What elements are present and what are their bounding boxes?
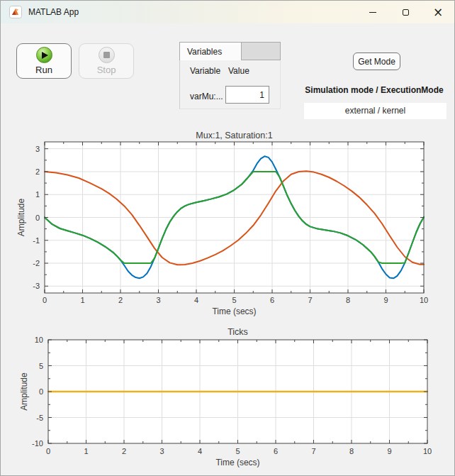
close-button[interactable]: × [422, 1, 454, 23]
y-tick-label: 10 [35, 336, 43, 344]
y-tick-label: 2 [35, 167, 40, 176]
tab-variables[interactable]: Variables [179, 42, 242, 60]
x-tick-label: 5 [232, 296, 236, 304]
mux-saturation-chart: 012345678910-3-2-10123Mux:1, Saturation:… [1, 128, 455, 321]
chart-title: Ticks [228, 327, 248, 337]
y-tick-label: 0 [39, 387, 43, 396]
play-icon [36, 47, 52, 63]
x-tick-label: 8 [346, 296, 350, 304]
x-tick-label: 2 [122, 447, 126, 455]
x-tick-label: 7 [308, 296, 312, 304]
y-tick-label: 0 [35, 214, 40, 222]
ticks-chart: 012345678910-10-50510TicksTime (secs)Amp… [1, 321, 455, 476]
y-tick-label: -1 [33, 236, 40, 245]
y-tick-label: 3 [35, 145, 40, 153]
maximize-icon [403, 9, 409, 16]
x-tick-label: 8 [349, 447, 354, 455]
y-axis-label: Amplitude [19, 372, 29, 411]
tabstrip-filler [242, 42, 281, 60]
window-controls: × [356, 1, 454, 23]
y-tick-label: -2 [33, 259, 40, 267]
matlab-logo-icon [9, 6, 22, 18]
window-title: MATLAB App [28, 7, 79, 17]
x-tick-label: 10 [423, 447, 432, 455]
y-tick-label: 5 [39, 362, 43, 370]
x-tick-label: 3 [156, 296, 160, 304]
maximize-button[interactable] [389, 1, 422, 23]
minimize-button[interactable] [356, 1, 389, 23]
x-tick-label: 9 [387, 447, 391, 455]
variables-tabstrip: Variables [179, 42, 281, 60]
x-axis-label: Time (secs) [212, 306, 256, 316]
x-tick-label: 3 [159, 447, 164, 455]
x-tick-label: 1 [80, 296, 84, 304]
x-tick-label: 1 [84, 447, 88, 455]
variable-name-label: varMu:... [190, 92, 223, 101]
x-tick-label: 5 [235, 447, 240, 455]
x-tick-label: 0 [46, 447, 50, 455]
get-mode-button[interactable]: Get Mode [353, 52, 400, 70]
simulation-mode-value: external / kernel [304, 103, 446, 119]
simulation-mode-heading: Simulation mode / ExecutionMode [294, 85, 454, 95]
x-tick-label: 7 [311, 447, 315, 455]
column-header-variable: Variable [190, 66, 220, 76]
x-tick-label: 4 [198, 447, 202, 455]
variable-value-input[interactable] [225, 86, 269, 104]
y-axis-label: Amplitude [16, 199, 26, 237]
stop-button[interactable]: Stop [79, 43, 134, 79]
close-icon: × [433, 6, 443, 18]
x-tick-label: 6 [270, 296, 274, 304]
chart-title: Mux:1, Saturation:1 [196, 131, 272, 140]
run-button[interactable]: Run [16, 43, 72, 79]
x-tick-label: 10 [420, 296, 428, 304]
x-axis-label: Time (secs) [215, 458, 259, 467]
title-bar: MATLAB App × [1, 1, 454, 23]
x-tick-label: 4 [194, 296, 198, 304]
stop-icon [99, 47, 115, 63]
x-tick-label: 6 [274, 447, 278, 455]
y-tick-label: -3 [33, 282, 40, 290]
run-button-label: Run [35, 65, 52, 75]
variables-panel-content: Variable Value varMu:... [179, 60, 281, 109]
matlab-app-window: MATLAB App × Run Stop Variables Variable [0, 0, 455, 476]
y-tick-label: -5 [36, 414, 43, 422]
minimize-icon [369, 12, 376, 13]
column-header-value: Value [228, 66, 249, 76]
x-tick-label: 9 [383, 296, 388, 304]
stop-button-label: Stop [97, 65, 116, 75]
x-tick-label: 0 [43, 296, 47, 304]
x-tick-label: 2 [118, 296, 123, 304]
y-tick-label: 1 [35, 190, 40, 199]
variables-panel: Variables Variable Value varMu:... [179, 42, 281, 109]
y-tick-label: -10 [32, 439, 43, 448]
